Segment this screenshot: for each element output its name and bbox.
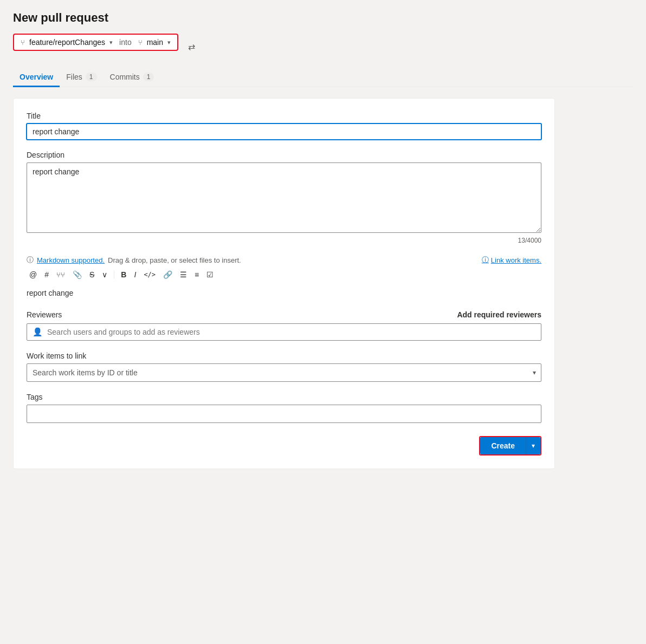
strikethrough-btn[interactable]: S (87, 269, 97, 280)
tags-input[interactable] (27, 405, 541, 423)
tags-group: Tags (27, 393, 541, 423)
form-footer: Create ▾ (27, 436, 541, 456)
link-work-items-info-icon: ⓘ (482, 255, 489, 265)
tab-overview-label: Overview (20, 73, 53, 81)
more-formatting-chevron-btn[interactable]: ∨ (99, 269, 110, 280)
link-work-items-btn[interactable]: ⓘ Link work items. (482, 255, 541, 265)
target-branch-name: main (147, 38, 163, 47)
link-work-items-label: Link work items. (491, 256, 541, 264)
drag-drop-text: Drag & drop, paste, or select files to i… (108, 256, 241, 264)
reviewers-search-wrapper: 👤 (27, 323, 541, 341)
char-count: 13/4000 (27, 237, 541, 244)
source-branch-icon: ⑂ (21, 38, 25, 47)
tags-label: Tags (27, 393, 541, 401)
create-btn-group: Create ▾ (479, 436, 541, 456)
title-group: Title (27, 112, 541, 140)
hashtag-btn[interactable]: # (42, 269, 51, 280)
link-btn[interactable]: 🔗 (160, 269, 175, 280)
markdown-row: ⓘ Markdown supported. Drag & drop, paste… (27, 255, 541, 265)
description-group: Description report change 13/4000 (27, 151, 541, 244)
formatting-toolbar: @ # ⑂⑂ 📎 S ∨ B I </> 🔗 ☰ ≡ ☑ (27, 269, 541, 280)
task-list-btn[interactable]: ☑ (204, 269, 216, 280)
add-required-reviewers-btn[interactable]: Add required reviewers (457, 310, 541, 319)
tab-overview[interactable]: Overview (13, 68, 60, 87)
branch-ref-btn[interactable]: ⑂⑂ (54, 270, 68, 280)
tab-commits[interactable]: Commits 1 (104, 68, 161, 87)
ordered-list-btn[interactable]: ≡ (192, 269, 202, 280)
markdown-info-icon: ⓘ (27, 255, 34, 265)
tab-commits-badge: 1 (143, 73, 154, 81)
reviewers-group: Reviewers Add required reviewers 👤 (27, 310, 541, 341)
reviewers-label: Reviewers (27, 310, 62, 319)
source-branch-chevron-icon: ▾ (109, 39, 113, 46)
markdown-supported-link[interactable]: Markdown supported. (37, 256, 105, 264)
create-button[interactable]: Create (480, 437, 526, 454)
target-branch-chevron-icon: ▾ (167, 39, 171, 46)
bold-btn[interactable]: B (118, 269, 129, 280)
source-branch-name: feature/reportChanges (29, 38, 105, 47)
title-label: Title (27, 112, 541, 120)
work-items-search-wrapper: Search work items by ID or title ▾ (27, 363, 541, 382)
tab-commits-label: Commits (110, 73, 140, 81)
branch-selector-row: ⑂ feature/reportChanges ▾ into ⑂ main ▾ … (13, 34, 633, 60)
branch-selector[interactable]: ⑂ feature/reportChanges ▾ into ⑂ main ▾ (13, 34, 178, 51)
tab-files-label: Files (66, 73, 82, 81)
code-btn[interactable]: </> (141, 270, 158, 279)
tab-files-badge: 1 (86, 73, 97, 81)
toolbar-divider (114, 270, 114, 279)
unordered-list-btn[interactable]: ☰ (177, 269, 190, 280)
tab-files[interactable]: Files 1 (60, 68, 103, 87)
markdown-left: ⓘ Markdown supported. Drag & drop, paste… (27, 255, 241, 265)
reviewers-header: Reviewers Add required reviewers (27, 310, 541, 319)
work-items-select[interactable]: Search work items by ID or title (27, 363, 541, 382)
form-card: Title Description report change 13/4000 … (13, 98, 555, 469)
person-icon: 👤 (33, 327, 43, 337)
swap-branches-icon[interactable]: ⇄ (188, 42, 195, 52)
target-branch-icon: ⑂ (138, 38, 143, 47)
description-preview: report change (27, 287, 541, 300)
description-textarea[interactable]: report change (27, 162, 541, 233)
work-items-label: Work items to link (27, 352, 541, 360)
italic-btn[interactable]: I (131, 269, 139, 280)
create-dropdown-button[interactable]: ▾ (526, 437, 540, 454)
title-input[interactable] (27, 123, 541, 140)
attach-btn[interactable]: 📎 (70, 269, 85, 280)
work-items-group: Work items to link Search work items by … (27, 352, 541, 382)
reviewers-search-input[interactable] (47, 328, 535, 336)
into-text: into (117, 38, 134, 47)
tabs-nav: Overview Files 1 Commits 1 (13, 68, 633, 87)
description-label: Description (27, 151, 541, 159)
create-dropdown-chevron-icon: ▾ (532, 442, 535, 450)
mention-btn[interactable]: @ (27, 269, 40, 280)
page-title: New pull request (13, 11, 633, 25)
